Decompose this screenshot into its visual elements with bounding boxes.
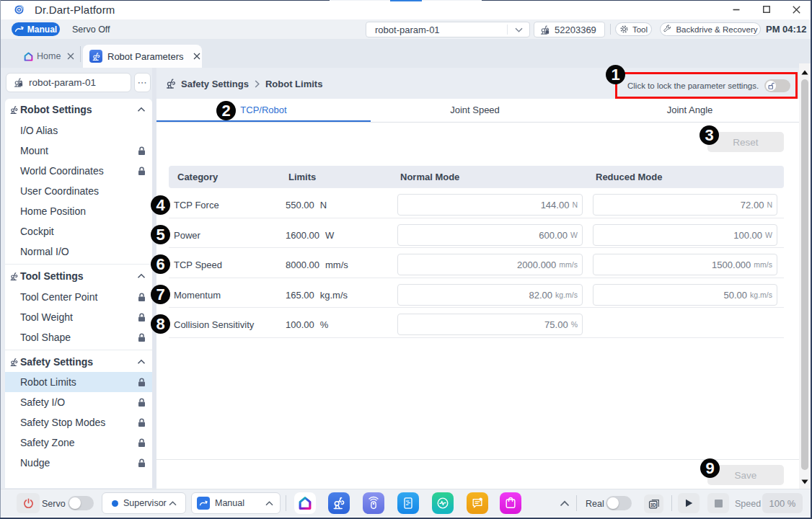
svg-text:3D: 3D — [650, 502, 656, 507]
